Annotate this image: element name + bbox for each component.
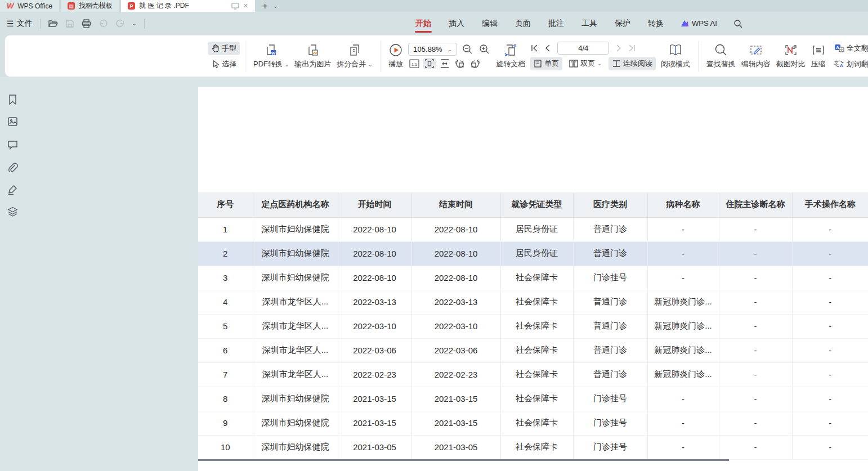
actual-size-button[interactable]: 1:1 xyxy=(408,58,420,69)
previous-page-button[interactable] xyxy=(544,44,552,52)
menu-tab-home[interactable]: 开始 xyxy=(415,14,432,34)
column-header: 就诊凭证类型 xyxy=(500,192,573,217)
export-image-button[interactable]: 输出为图片 xyxy=(292,42,334,70)
tab-label: 就 医 记 录 .PDF xyxy=(139,1,189,11)
word-translate-icon: 文 A xyxy=(834,60,844,68)
menu-tab-page[interactable]: 页面 xyxy=(514,14,531,34)
table-cell: 社会保障卡 xyxy=(500,387,573,411)
attachment-icon[interactable] xyxy=(7,162,18,173)
page-number-input[interactable] xyxy=(557,42,609,55)
split-merge-button[interactable]: 拆分合并 ⌄ xyxy=(334,42,375,70)
wps-ai-button[interactable]: WPS AI xyxy=(681,19,717,28)
next-page-button[interactable] xyxy=(614,44,623,52)
single-page-button[interactable]: 单页 xyxy=(530,57,562,70)
word-translate-label: 划词翻译 xyxy=(847,59,868,69)
new-tab-button[interactable]: + xyxy=(262,1,267,11)
divider xyxy=(40,19,41,29)
table-cell: - xyxy=(719,290,792,314)
rotate-right-button[interactable] xyxy=(469,58,481,69)
file-menu-button[interactable]: ☰ 文件 xyxy=(7,19,33,29)
menu-tab-comment[interactable]: 批注 xyxy=(548,14,565,34)
divider xyxy=(144,19,145,29)
svg-text:1:1: 1:1 xyxy=(411,62,417,66)
last-page-button[interactable] xyxy=(628,44,636,52)
menu-tab-protect[interactable]: 保护 xyxy=(614,14,631,34)
compress-label: 压缩 xyxy=(811,59,826,69)
zoom-out-button[interactable] xyxy=(461,43,474,56)
close-tab-icon[interactable]: ✕ xyxy=(243,2,248,10)
tab-wps-office[interactable]: W WPS Office xyxy=(0,0,59,12)
fit-width-button[interactable] xyxy=(439,58,451,69)
print-icon[interactable] xyxy=(82,19,91,28)
table-cell: 深圳市妇幼保健院 xyxy=(253,411,338,435)
redo-icon[interactable] xyxy=(115,19,125,28)
ribbon-toolbar: 手型 选择 W PDF转换 ⌄ 输出为图片 拆分合并 xyxy=(5,35,868,77)
tab-list-chevron-icon[interactable]: ⌄ xyxy=(273,3,278,9)
save-icon[interactable] xyxy=(65,19,74,28)
table-cell: - xyxy=(719,411,792,435)
table-cell: 社会保障卡 xyxy=(500,435,573,459)
menu-tab-tools[interactable]: 工具 xyxy=(581,14,598,34)
wps-logo-icon: W xyxy=(7,2,14,10)
full-translate-button[interactable]: A 文 全文翻译 xyxy=(831,42,868,55)
read-mode-button[interactable]: 阅读模式 xyxy=(658,42,693,70)
table-row: 4深圳市龙华区人...2022-03-132022-03-13社会保障卡普通门诊… xyxy=(198,290,868,314)
signature-icon[interactable] xyxy=(7,184,18,195)
full-translate-label: 全文翻译 xyxy=(847,43,868,53)
edit-content-button[interactable]: 编辑内容 xyxy=(739,42,773,70)
table-cell: 2022-03-13 xyxy=(338,290,411,314)
single-page-label: 单页 xyxy=(544,59,559,69)
table-cell: 2022-03-06 xyxy=(411,338,500,362)
present-monitor-icon[interactable] xyxy=(231,3,239,10)
menu-tab-edit[interactable]: 编辑 xyxy=(481,14,498,34)
word-translate-button[interactable]: 文 A 划词翻译 ⌄ xyxy=(831,57,868,71)
table-cell: 门诊挂号 xyxy=(573,266,647,290)
table-cell: - xyxy=(719,241,792,266)
single-page-icon xyxy=(534,60,542,68)
rotate-document-button[interactable]: 旋转文档 xyxy=(493,42,528,70)
table-cell: - xyxy=(647,387,719,411)
undo-icon[interactable] xyxy=(99,19,108,28)
compress-button[interactable]: 压缩 xyxy=(808,42,829,70)
rotate-left-button[interactable] xyxy=(454,58,466,69)
bookmark-icon[interactable] xyxy=(7,94,18,105)
zoom-level-select[interactable]: 105.88% ⌄ xyxy=(408,43,457,56)
table-cell: 4 xyxy=(198,290,253,314)
split-merge-label: 拆分合并 xyxy=(337,60,366,68)
layers-icon[interactable] xyxy=(7,207,18,217)
table-cell: - xyxy=(719,266,792,290)
table-cell: - xyxy=(792,435,868,459)
open-file-icon[interactable] xyxy=(48,19,58,28)
table-cell: 9 xyxy=(198,411,253,435)
zoom-in-button[interactable] xyxy=(478,43,491,56)
play-button[interactable]: 播放 xyxy=(386,42,406,70)
pdf-convert-button[interactable]: W PDF转换 ⌄ xyxy=(250,42,292,70)
comment-icon[interactable] xyxy=(7,140,18,150)
column-header: 住院主诊断名称 xyxy=(719,192,792,217)
menu-search-icon[interactable] xyxy=(733,19,742,28)
table-cell: - xyxy=(792,362,868,387)
thumbnail-icon[interactable] xyxy=(7,116,18,127)
find-replace-button[interactable]: 查找替换 xyxy=(704,42,739,70)
screenshot-compare-button[interactable]: 截图对比 xyxy=(773,42,808,70)
column-header: 定点医药机构名称 xyxy=(253,192,338,217)
double-page-button[interactable]: 双页 ⌄ xyxy=(566,57,605,70)
table-cell: - xyxy=(719,314,792,338)
table-cell: 居民身份证 xyxy=(500,217,573,241)
undo-redo-chevron-icon[interactable]: ⌄ xyxy=(132,20,137,26)
select-tool-button[interactable]: 选择 xyxy=(208,57,240,71)
table-cell: - xyxy=(719,387,792,411)
tab-docer-templates[interactable]: ▤ 找稻壳模板 xyxy=(61,0,119,12)
menu-tab-insert[interactable]: 插入 xyxy=(448,14,465,34)
find-replace-label: 查找替换 xyxy=(706,59,736,69)
continuous-read-button[interactable]: 连续阅读 xyxy=(609,57,656,70)
fit-page-button[interactable] xyxy=(423,58,436,69)
wps-ai-label: WPS AI xyxy=(692,19,717,28)
tab-document-pdf[interactable]: P 就 医 记 录 .PDF ✕ xyxy=(121,0,255,12)
menu-tab-convert[interactable]: 转换 xyxy=(647,14,664,34)
first-page-button[interactable] xyxy=(530,44,539,52)
rotate-document-icon xyxy=(503,43,518,57)
table-cell: 2022-03-06 xyxy=(338,338,411,362)
table-cell: 社会保障卡 xyxy=(500,362,573,387)
hand-tool-button[interactable]: 手型 xyxy=(208,42,240,55)
